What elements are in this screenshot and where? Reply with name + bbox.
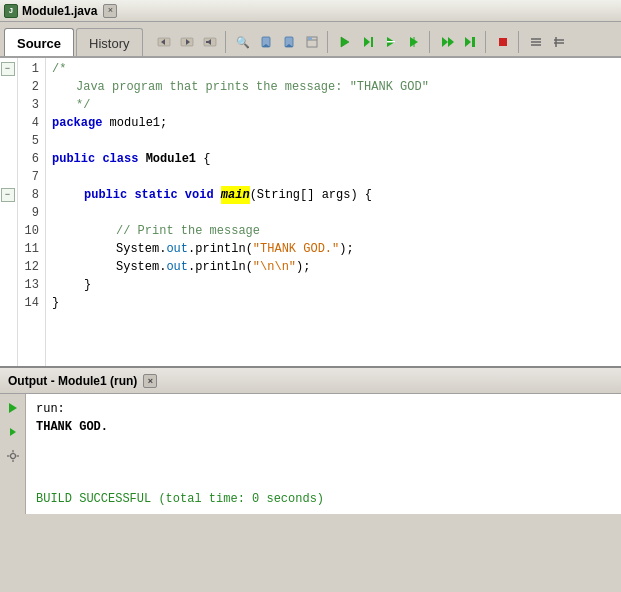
line-num-14: 14: [24, 294, 39, 312]
title-bar: J Module1.java ×: [0, 0, 621, 22]
svg-rect-13: [308, 37, 312, 40]
editor-container: − − 1 2 3 4 5 6 7: [0, 58, 621, 368]
svg-marker-14: [341, 37, 349, 47]
output-body: run: THANK GOD. BUILD SUCCESSFUL (total …: [0, 394, 621, 514]
tab-source[interactable]: Source: [4, 28, 74, 56]
toolbar-debug-group: [334, 31, 430, 53]
line-num-12: 12: [24, 258, 39, 276]
toolbar-search-btn[interactable]: 🔍: [232, 31, 254, 53]
toolbar-stop-btn[interactable]: [492, 31, 514, 53]
toolbar-fwd-btn[interactable]: [176, 31, 198, 53]
fold-empty-3: [0, 96, 17, 114]
output-sidebar: [0, 394, 26, 514]
title-bar-filename: Module1.java: [22, 4, 97, 18]
title-bar-close-button[interactable]: ×: [103, 4, 117, 18]
code-line-8: public static void main (String[] args) …: [52, 186, 615, 204]
file-icon: J: [4, 4, 18, 18]
output-content: run: THANK GOD. BUILD SUCCESSFUL (total …: [26, 394, 621, 514]
output-close-button[interactable]: ×: [143, 374, 157, 388]
output-title: Output - Module1 (run): [8, 374, 137, 388]
line-num-2: 2: [24, 78, 39, 96]
output-line-6: BUILD SUCCESSFUL (total time: 0 seconds): [36, 490, 611, 508]
fold-empty-5: [0, 132, 17, 150]
svg-marker-21: [442, 37, 448, 47]
fold-empty-12: [0, 258, 17, 276]
line-num-4: 4: [24, 114, 39, 132]
output-debug-btn[interactable]: [3, 422, 23, 442]
code-line-9: [52, 204, 615, 222]
fold-icon-1[interactable]: −: [1, 62, 15, 76]
fold-empty-9: [0, 204, 17, 222]
toolbar-stop-group: [492, 31, 519, 53]
toolbar-debug2-btn[interactable]: [357, 31, 379, 53]
fold-8[interactable]: −: [0, 186, 17, 204]
code-area[interactable]: /* Java program that prints the message:…: [46, 58, 621, 366]
editor-body: − − 1 2 3 4 5 6 7: [0, 58, 621, 366]
fold-empty-2: [0, 78, 17, 96]
settings-icon: [6, 449, 20, 463]
svg-marker-15: [364, 37, 370, 47]
code-line-11: System.out.println("THANK GOD.");: [52, 240, 615, 258]
code-line-2: Java program that prints the message: "T…: [52, 78, 615, 96]
line-num-3: 3: [24, 96, 39, 114]
output-line-4: [36, 454, 611, 472]
line-num-13: 13: [24, 276, 39, 294]
tab-bar: Source History 🔍: [0, 22, 621, 58]
code-line-7: [52, 168, 615, 186]
fold-empty-6: [0, 150, 17, 168]
svg-rect-18: [387, 41, 395, 43]
code-line-3: */: [52, 96, 615, 114]
fold-gutter: − −: [0, 58, 18, 366]
tab-history[interactable]: History: [76, 28, 142, 56]
fold-empty-7: [0, 168, 17, 186]
svg-rect-24: [472, 37, 475, 47]
code-line-10: // Print the message: [52, 222, 615, 240]
toolbar-step2-btn[interactable]: [459, 31, 481, 53]
output-line-5: [36, 472, 611, 490]
line-num-11: 11: [24, 240, 39, 258]
line-num-8: 8: [24, 186, 39, 204]
output-header: Output - Module1 (run) ×: [0, 368, 621, 394]
line-num-7: 7: [24, 168, 39, 186]
line-num-10: 10: [24, 222, 39, 240]
code-line-14: }: [52, 294, 615, 312]
toolbar-bookmark2-btn[interactable]: [278, 31, 300, 53]
output-line-1: run:: [36, 400, 611, 418]
line-num-5: 5: [24, 132, 39, 150]
debug-icon: [10, 428, 16, 436]
toolbar-back-btn[interactable]: [153, 31, 175, 53]
fold-empty-11: [0, 240, 17, 258]
svg-rect-16: [371, 37, 373, 47]
svg-marker-23: [465, 37, 471, 47]
toolbar-bookmark3-btn[interactable]: [301, 31, 323, 53]
fold-1[interactable]: −: [0, 60, 17, 78]
fold-icon-8[interactable]: −: [1, 188, 15, 202]
line-num-1: 1: [24, 60, 39, 78]
output-line-3: [36, 436, 611, 454]
editor-toolbar: 🔍: [149, 28, 617, 56]
toolbar-debug1-btn[interactable]: [334, 31, 356, 53]
toolbar-nav3-btn[interactable]: [199, 31, 221, 53]
code-line-5: [52, 132, 615, 150]
toolbar-misc2-btn[interactable]: [548, 31, 570, 53]
toolbar-bookmark1-btn[interactable]: [255, 31, 277, 53]
toolbar-debug3-btn[interactable]: [380, 31, 402, 53]
code-line-1: /*: [52, 60, 615, 78]
line-num-9: 9: [24, 204, 39, 222]
code-line-6: public class Module1 {: [52, 150, 615, 168]
svg-rect-6: [206, 41, 208, 43]
output-settings-btn[interactable]: [3, 446, 23, 466]
toolbar-step-btn[interactable]: [436, 31, 458, 53]
line-numbers: 1 2 3 4 5 6 7 8 9 10 11 12 13 14: [18, 58, 46, 366]
code-line-12: System.out.println("\n\n");: [52, 258, 615, 276]
output-line-2: THANK GOD.: [36, 418, 611, 436]
output-run-btn[interactable]: [3, 398, 23, 418]
toolbar-misc-group: [525, 31, 574, 53]
fold-empty-10: [0, 222, 17, 240]
toolbar-search-group: 🔍: [232, 31, 328, 53]
toolbar-misc1-btn[interactable]: [525, 31, 547, 53]
line-num-6: 6: [24, 150, 39, 168]
toolbar-debug4-btn[interactable]: [403, 31, 425, 53]
fold-empty-14: [0, 294, 17, 312]
toolbar-run-group: [436, 31, 486, 53]
